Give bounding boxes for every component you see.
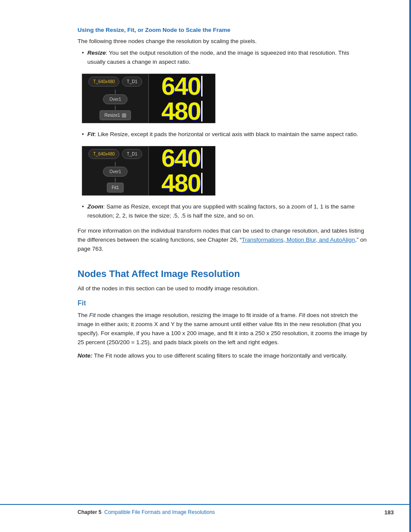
vertical-bar [409, 0, 411, 532]
zoom-desc: : Same as Resize, except that you are su… [87, 203, 355, 219]
bullet-dot-1: • [82, 49, 84, 67]
resize-node-diagram: T_640x480 T_D1 Over1 Resize1 [82, 74, 149, 123]
fit-label: Fit [87, 131, 95, 137]
resize-top-nodes: T_640x480 T_D1 [88, 77, 142, 87]
fit-node-t640: T_640x480 [88, 149, 119, 159]
fit-preview-480: 480 [162, 171, 201, 196]
footer: Chapter 5 Compatible File Formats and Im… [0, 504, 411, 517]
bullet-dot-2: • [82, 130, 84, 139]
resize-t640-label: T_640x480 [93, 78, 115, 85]
fit-italic-1: Fit [89, 312, 96, 318]
fit-top-nodes: T_640x480 T_D1 [88, 149, 142, 160]
fit-preview: 640 480 [149, 146, 215, 196]
resize-preview-640-row: 640 [162, 74, 203, 99]
resize-preview-480: 480 [162, 99, 201, 124]
fit-node-td1: T_D1 [122, 149, 142, 159]
fit-italic-2: Fit [299, 312, 305, 318]
resize-cursor-2 [201, 101, 202, 121]
resize-bottom-node: Resize1 [100, 110, 131, 120]
footer-chapter: Chapter 5 [78, 509, 101, 515]
resize-over-label: Over1 [109, 97, 121, 102]
fit-td1-label: T_D1 [127, 151, 137, 157]
resize-connector-2 [115, 106, 115, 110]
more-info-para: For more information on the individual t… [78, 227, 368, 254]
footer-link[interactable]: Compatible File Formats and Image Resolu… [104, 509, 215, 515]
fit-note: Note: The Fit node allows you to use dif… [78, 352, 368, 361]
resize-node-t640: T_640x480 [88, 77, 119, 87]
bullet-fit-text: Fit: Like Resize, except it pads the hor… [87, 130, 358, 139]
resize-td1-label: T_D1 [127, 78, 137, 85]
zoom-label: Zoom [87, 203, 103, 210]
fit-paragraph: The Fit node changes the image resolutio… [78, 311, 368, 347]
fit-note-text: The Fit node allows you to use different… [93, 352, 347, 359]
fit-subsection-title: Fit [78, 298, 368, 308]
resize-preview-480-row: 480 [162, 99, 203, 124]
resize-preview: 640 480 [149, 74, 215, 123]
resize-cursor-1 [201, 76, 202, 96]
fit-preview-480-row: 480 [162, 171, 203, 196]
fit-cursor-1 [201, 148, 202, 168]
section-intro-text: All of the nodes in this section can be … [78, 284, 368, 293]
fit-connector-2 [115, 178, 115, 182]
resize-bottom-label: Resize1 [104, 112, 120, 118]
fit-bottom-node: Fit1 [107, 183, 124, 193]
fit-over-node: Over1 [103, 167, 128, 177]
resize-image-row: T_640x480 T_D1 Over1 Resize1 640 480 [82, 74, 368, 123]
page: Using the Resize, Fit, or Zoom Node to S… [0, 0, 411, 532]
fit-cursor-2 [201, 173, 202, 193]
fit-t640-label: T_640x480 [93, 151, 115, 157]
fit-image-row: T_640x480 T_D1 Over1 Fit1 640 480 [82, 146, 368, 196]
resize-fit-zoom-heading: Using the Resize, Fit, or Zoom Node to S… [78, 26, 368, 34]
bullet-resize: • Resize: You set the output resolution … [78, 49, 368, 67]
fit-note-label: Note: [78, 352, 93, 359]
resize-over-node: Over1 [103, 94, 128, 104]
bullet-dot-3: • [82, 202, 84, 221]
bullet-resize-text: Resize: You set the output resolution of… [87, 49, 368, 67]
fit-preview-640: 640 [162, 146, 201, 171]
footer-page-number: 183 [384, 508, 394, 517]
nodes-section-title: Nodes That Affect Image Resolution [78, 267, 368, 281]
resize-node-td1: T_D1 [122, 77, 142, 87]
fit-over-label: Over1 [109, 169, 121, 174]
bullet-zoom: • Zoom: Same as Resize, except that you … [78, 202, 368, 221]
fit-connector-1 [115, 162, 115, 166]
resize-label: Resize [87, 50, 106, 56]
resize-desc: : You set the output resolution of the n… [87, 50, 349, 65]
fit-preview-640-row: 640 [162, 146, 203, 171]
intro-text: The following three nodes change the res… [78, 37, 368, 46]
resize-connector-1 [115, 90, 115, 94]
resize-preview-640: 640 [162, 74, 201, 99]
footer-left: Chapter 5 Compatible File Formats and Im… [78, 508, 215, 516]
more-info-link[interactable]: Transformations, Motion Blur, and AutoAl… [242, 236, 355, 243]
fit-bottom-label: Fit1 [112, 184, 119, 191]
bullet-fit: • Fit: Like Resize, except it pads the h… [78, 130, 368, 139]
fit-node-diagram: T_640x480 T_D1 Over1 Fit1 [82, 146, 149, 196]
resize-node-icon [122, 113, 126, 118]
fit-desc: : Like Resize, except it pads the horizo… [94, 131, 358, 137]
bullet-zoom-text: Zoom: Same as Resize, except that you ar… [87, 202, 368, 221]
